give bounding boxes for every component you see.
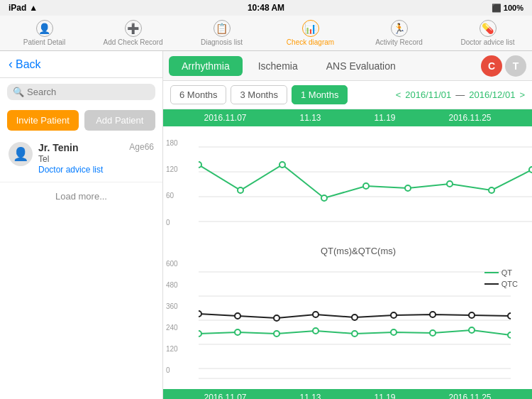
svg-point-24 xyxy=(391,329,397,335)
svg-point-25 xyxy=(430,330,436,336)
patient-info: Jr. Tenin Age66 Tel Doctor advice list xyxy=(38,142,154,175)
svg-point-19 xyxy=(199,331,201,337)
avatar-c[interactable]: C xyxy=(481,55,502,77)
date-start: 2016/11/01 xyxy=(405,89,451,100)
tab-ischemia[interactable]: Ischemia xyxy=(245,56,311,76)
date-header-4: 2016.11.25 xyxy=(448,113,491,123)
date-header-1: 2016.11.07 xyxy=(204,113,246,123)
chart2-y-240: 240 xyxy=(166,324,178,332)
invite-patient-button[interactable]: Invite Patient xyxy=(7,110,79,131)
qtc-legend-line xyxy=(484,283,499,285)
chart1-y-0: 0 xyxy=(166,219,170,226)
chart2-svg xyxy=(199,258,511,396)
svg-point-20 xyxy=(235,329,240,335)
nav-check-diagram-label: Check diagram xyxy=(287,38,334,46)
date-dash: — xyxy=(455,89,465,100)
period-6months[interactable]: 6 Months xyxy=(170,85,226,104)
check-diagram-icon: 📊 xyxy=(302,20,319,37)
date-range: < 2016/11/01 — 2016/12/01 > xyxy=(396,89,525,100)
svg-point-7 xyxy=(321,195,327,201)
time-label: 10:48 AM xyxy=(248,3,284,13)
svg-point-6 xyxy=(279,162,285,168)
doctor-advice-icon: 💊 xyxy=(480,20,497,37)
qtc-legend-item: QTC xyxy=(484,280,518,288)
back-button[interactable]: ‹ Back xyxy=(0,51,162,78)
svg-point-23 xyxy=(352,331,358,337)
svg-point-29 xyxy=(235,313,240,319)
svg-point-32 xyxy=(352,315,358,320)
patient-tel: Tel xyxy=(38,154,154,164)
svg-point-5 xyxy=(238,187,243,193)
chart1-y-180: 180 xyxy=(166,139,178,147)
date-prev-button[interactable]: < xyxy=(396,89,401,100)
sidebar-action-buttons: Invite Patient Add Patient xyxy=(0,106,162,135)
date-next-button[interactable]: > xyxy=(519,89,525,100)
charts-area: 2016.11.07 11.13 11.19 2016.11.25 180 12… xyxy=(163,109,532,399)
sidebar: ‹ Back 🔍 Invite Patient Add Patient 👤 Jr… xyxy=(0,51,163,399)
nav-add-check-record[interactable]: ➕ Add Check Record xyxy=(89,16,177,50)
status-bar: iPad ▲ 10:48 AM ⬛ 100% xyxy=(0,0,532,16)
date-header-bar-top: 2016.11.07 11.13 11.19 2016.11.25 xyxy=(163,109,532,126)
tab-ans-evaluation[interactable]: ANS Evaluation xyxy=(314,56,409,76)
nav-add-check-record-label: Add Check Record xyxy=(104,38,163,46)
chart2-y-0: 0 xyxy=(166,366,170,374)
period-1month[interactable]: 1 Months xyxy=(292,85,348,104)
svg-point-11 xyxy=(489,187,494,193)
tab-arrhythmia[interactable]: Arrhythmia xyxy=(169,56,243,76)
svg-point-12 xyxy=(529,167,532,173)
patient-avatar: 👤 xyxy=(9,142,33,166)
chart1-y-120: 120 xyxy=(166,165,178,173)
nav-patient-detail[interactable]: 👤 Patient Detail xyxy=(0,16,89,50)
diagnosis-list-icon: 📋 xyxy=(214,20,231,37)
tabs-row: Arrhythmia Ischemia ANS Evaluation C T xyxy=(163,51,532,81)
nav-activity-record-label: Activity Record xyxy=(375,38,423,46)
nav-activity-record[interactable]: 🏃 Activity Record xyxy=(355,16,443,50)
search-box: 🔍 xyxy=(7,84,155,100)
svg-point-30 xyxy=(274,315,279,321)
activity-record-icon: 🏃 xyxy=(391,20,408,37)
chart2-y-600: 600 xyxy=(166,260,178,268)
nav-diagnosis-list[interactable]: 📋 Diagnosis list xyxy=(177,16,266,50)
nav-doctor-advice-label: Doctor advice list xyxy=(460,38,514,46)
svg-point-9 xyxy=(405,185,411,191)
chart2-container: QT(ms)&QTC(ms) 600 480 360 240 120 0 QT … xyxy=(163,240,532,389)
nav-doctor-advice-list[interactable]: 💊 Doctor advice list xyxy=(443,16,532,50)
patient-list-item[interactable]: 👤 Jr. Tenin Age66 Tel Doctor advice list xyxy=(0,135,162,182)
main-layout: ‹ Back 🔍 Invite Patient Add Patient 👤 Jr… xyxy=(0,51,532,399)
period-row: 6 Months 3 Months 1 Months < 2016/11/01 … xyxy=(163,81,532,109)
chart1-container: 180 120 60 0 xyxy=(163,126,532,240)
svg-point-4 xyxy=(199,162,201,168)
add-check-record-icon: ➕ xyxy=(125,20,142,37)
patient-name: Jr. Tenin xyxy=(38,142,79,153)
carrier-label: iPad xyxy=(9,3,26,13)
qt-legend-item: QT xyxy=(484,268,518,277)
chart1-y-60: 60 xyxy=(166,192,174,200)
svg-point-36 xyxy=(508,313,511,319)
chart2-y-480: 480 xyxy=(166,281,178,289)
patient-advice-link[interactable]: Doctor advice list xyxy=(38,165,154,175)
svg-point-22 xyxy=(313,328,318,334)
svg-point-34 xyxy=(430,312,436,317)
top-nav: 👤 Patient Detail ➕ Add Check Record 📋 Di… xyxy=(0,16,532,51)
date-header-2: 11.13 xyxy=(299,113,321,123)
avatar-t[interactable]: T xyxy=(505,55,526,77)
chart1-svg xyxy=(199,129,532,239)
nav-check-diagram[interactable]: 📊 Check diagram xyxy=(266,16,355,50)
add-patient-button[interactable]: Add Patient xyxy=(84,110,156,131)
nav-diagnosis-list-label: Diagnosis list xyxy=(201,38,243,46)
search-input[interactable] xyxy=(27,87,150,97)
wifi-icon: ▲ xyxy=(29,3,38,13)
right-panel: Arrhythmia Ischemia ANS Evaluation C T 6… xyxy=(163,51,532,399)
chart2-legend: QT QTC xyxy=(484,268,518,288)
patient-age: Age66 xyxy=(129,142,154,153)
chart2-title: QT(ms)&QTC(ms) xyxy=(192,240,525,258)
patient-detail-icon: 👤 xyxy=(36,20,53,37)
svg-point-8 xyxy=(363,183,369,189)
status-bar-left: iPad ▲ xyxy=(9,3,38,13)
load-more-button[interactable]: Load more... xyxy=(0,182,162,210)
qt-legend-label: QT xyxy=(501,268,512,277)
svg-point-10 xyxy=(447,181,453,187)
back-chevron-icon: ‹ xyxy=(9,57,13,72)
svg-point-21 xyxy=(274,331,279,337)
period-3months[interactable]: 3 Months xyxy=(231,85,287,104)
